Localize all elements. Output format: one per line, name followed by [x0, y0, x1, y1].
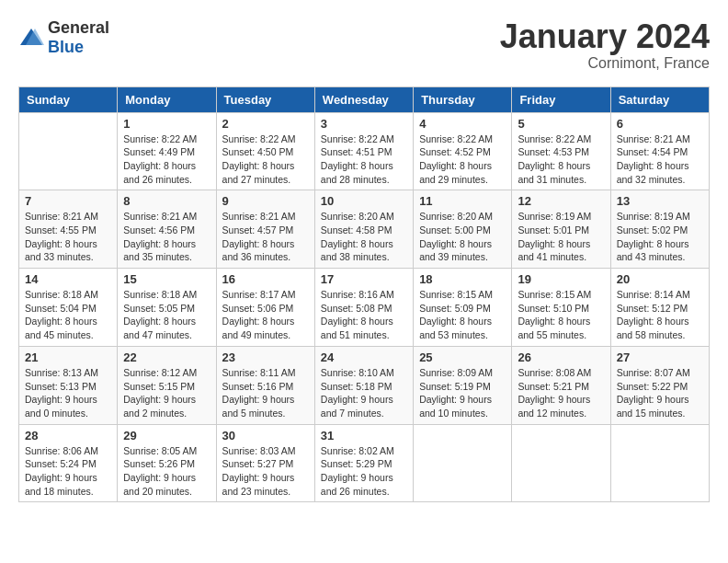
calendar-cell: 14Sunrise: 8:18 AM Sunset: 5:04 PM Dayli…: [19, 269, 118, 347]
month-title: January 2024: [500, 18, 710, 55]
logo-general: General: [48, 18, 109, 37]
calendar-week-row: 7Sunrise: 8:21 AM Sunset: 4:55 PM Daylig…: [19, 190, 710, 269]
logo-text: General Blue: [48, 18, 109, 57]
column-header-monday: Monday: [118, 86, 216, 112]
day-number: 1: [123, 117, 210, 131]
calendar-cell: 5Sunrise: 8:22 AM Sunset: 4:53 PM Daylig…: [512, 112, 610, 190]
calendar-cell: 2Sunrise: 8:22 AM Sunset: 4:50 PM Daylig…: [216, 112, 314, 190]
day-number: 22: [123, 350, 210, 364]
calendar-cell: [512, 424, 610, 502]
day-number: 4: [419, 117, 506, 131]
column-header-sunday: Sunday: [19, 86, 118, 112]
day-number: 19: [518, 272, 604, 286]
calendar-cell: 15Sunrise: 8:18 AM Sunset: 5:05 PM Dayli…: [118, 269, 216, 347]
calendar-cell: 10Sunrise: 8:20 AM Sunset: 4:58 PM Dayli…: [314, 190, 413, 269]
calendar-cell: 17Sunrise: 8:16 AM Sunset: 5:08 PM Dayli…: [314, 269, 413, 347]
day-info: Sunrise: 8:22 AM Sunset: 4:49 PM Dayligh…: [123, 132, 210, 187]
logo: General Blue: [18, 18, 109, 57]
day-number: 10: [321, 194, 407, 208]
day-number: 16: [222, 272, 309, 286]
calendar-cell: 19Sunrise: 8:15 AM Sunset: 5:10 PM Dayli…: [512, 269, 610, 347]
calendar-cell: 22Sunrise: 8:12 AM Sunset: 5:15 PM Dayli…: [118, 346, 216, 424]
calendar-cell: [19, 112, 118, 190]
calendar-cell: 1Sunrise: 8:22 AM Sunset: 4:49 PM Daylig…: [118, 112, 216, 190]
day-number: 14: [25, 272, 111, 286]
calendar-week-row: 14Sunrise: 8:18 AM Sunset: 5:04 PM Dayli…: [19, 269, 710, 347]
calendar-cell: [414, 424, 512, 502]
calendar-week-row: 21Sunrise: 8:13 AM Sunset: 5:13 PM Dayli…: [19, 346, 710, 424]
day-number: 24: [321, 350, 407, 364]
day-info: Sunrise: 8:06 AM Sunset: 5:24 PM Dayligh…: [25, 444, 111, 499]
day-info: Sunrise: 8:08 AM Sunset: 5:21 PM Dayligh…: [518, 366, 604, 420]
calendar-cell: 12Sunrise: 8:19 AM Sunset: 5:01 PM Dayli…: [512, 190, 610, 269]
day-info: Sunrise: 8:02 AM Sunset: 5:29 PM Dayligh…: [321, 444, 407, 499]
day-info: Sunrise: 8:21 AM Sunset: 4:56 PM Dayligh…: [123, 210, 210, 264]
day-number: 31: [321, 429, 407, 442]
calendar-cell: 21Sunrise: 8:13 AM Sunset: 5:13 PM Dayli…: [19, 346, 118, 424]
calendar-cell: 25Sunrise: 8:09 AM Sunset: 5:19 PM Dayli…: [414, 346, 512, 424]
day-info: Sunrise: 8:03 AM Sunset: 5:27 PM Dayligh…: [222, 444, 309, 499]
day-info: Sunrise: 8:22 AM Sunset: 4:50 PM Dayligh…: [222, 132, 309, 187]
calendar-cell: 4Sunrise: 8:22 AM Sunset: 4:52 PM Daylig…: [414, 112, 512, 190]
day-number: 28: [25, 429, 111, 442]
day-info: Sunrise: 8:17 AM Sunset: 5:06 PM Dayligh…: [222, 288, 309, 342]
day-number: 27: [617, 350, 703, 364]
calendar-cell: 26Sunrise: 8:08 AM Sunset: 5:21 PM Dayli…: [512, 346, 610, 424]
day-info: Sunrise: 8:18 AM Sunset: 5:05 PM Dayligh…: [123, 288, 210, 342]
day-number: 8: [123, 194, 210, 208]
calendar-cell: 9Sunrise: 8:21 AM Sunset: 4:57 PM Daylig…: [216, 190, 314, 269]
day-number: 3: [321, 117, 407, 131]
calendar-cell: 8Sunrise: 8:21 AM Sunset: 4:56 PM Daylig…: [118, 190, 216, 269]
column-header-wednesday: Wednesday: [314, 86, 413, 112]
day-number: 23: [222, 350, 309, 364]
calendar-cell: 29Sunrise: 8:05 AM Sunset: 5:26 PM Dayli…: [118, 424, 216, 502]
logo-icon: [18, 25, 44, 51]
day-info: Sunrise: 8:21 AM Sunset: 4:55 PM Dayligh…: [25, 210, 111, 264]
calendar-cell: 13Sunrise: 8:19 AM Sunset: 5:02 PM Dayli…: [610, 190, 709, 269]
calendar-cell: 31Sunrise: 8:02 AM Sunset: 5:29 PM Dayli…: [314, 424, 413, 502]
day-number: 6: [617, 117, 703, 131]
day-number: 13: [617, 194, 703, 208]
day-info: Sunrise: 8:12 AM Sunset: 5:15 PM Dayligh…: [123, 366, 210, 420]
calendar-cell: 11Sunrise: 8:20 AM Sunset: 5:00 PM Dayli…: [414, 190, 512, 269]
calendar-week-row: 28Sunrise: 8:06 AM Sunset: 5:24 PM Dayli…: [19, 424, 710, 502]
calendar-header-row: SundayMondayTuesdayWednesdayThursdayFrid…: [19, 86, 710, 112]
logo-blue: Blue: [48, 38, 84, 56]
title-block: January 2024 Cornimont, France: [500, 18, 710, 72]
day-number: 11: [419, 194, 506, 208]
day-info: Sunrise: 8:22 AM Sunset: 4:51 PM Dayligh…: [321, 132, 407, 187]
calendar-cell: 16Sunrise: 8:17 AM Sunset: 5:06 PM Dayli…: [216, 269, 314, 347]
day-info: Sunrise: 8:19 AM Sunset: 5:02 PM Dayligh…: [617, 210, 703, 264]
day-number: 7: [25, 194, 111, 208]
calendar-cell: 24Sunrise: 8:10 AM Sunset: 5:18 PM Dayli…: [314, 346, 413, 424]
day-info: Sunrise: 8:09 AM Sunset: 5:19 PM Dayligh…: [419, 366, 506, 420]
calendar-cell: 6Sunrise: 8:21 AM Sunset: 4:54 PM Daylig…: [610, 112, 709, 190]
day-number: 5: [518, 117, 604, 131]
calendar-cell: [610, 424, 709, 502]
calendar-cell: 30Sunrise: 8:03 AM Sunset: 5:27 PM Dayli…: [216, 424, 314, 502]
calendar-cell: 23Sunrise: 8:11 AM Sunset: 5:16 PM Dayli…: [216, 346, 314, 424]
calendar-cell: 28Sunrise: 8:06 AM Sunset: 5:24 PM Dayli…: [19, 424, 118, 502]
column-header-saturday: Saturday: [610, 86, 709, 112]
day-info: Sunrise: 8:21 AM Sunset: 4:57 PM Dayligh…: [222, 210, 309, 264]
day-info: Sunrise: 8:22 AM Sunset: 4:52 PM Dayligh…: [419, 132, 506, 187]
day-number: 20: [617, 272, 703, 286]
day-number: 18: [419, 272, 506, 286]
column-header-thursday: Thursday: [414, 86, 512, 112]
day-info: Sunrise: 8:14 AM Sunset: 5:12 PM Dayligh…: [617, 288, 703, 342]
day-number: 12: [518, 194, 604, 208]
day-info: Sunrise: 8:07 AM Sunset: 5:22 PM Dayligh…: [617, 366, 703, 420]
day-info: Sunrise: 8:20 AM Sunset: 4:58 PM Dayligh…: [321, 210, 407, 264]
day-number: 9: [222, 194, 309, 208]
day-info: Sunrise: 8:16 AM Sunset: 5:08 PM Dayligh…: [321, 288, 407, 342]
day-number: 26: [518, 350, 604, 364]
column-header-tuesday: Tuesday: [216, 86, 314, 112]
day-info: Sunrise: 8:15 AM Sunset: 5:09 PM Dayligh…: [419, 288, 506, 342]
day-number: 15: [123, 272, 210, 286]
day-info: Sunrise: 8:15 AM Sunset: 5:10 PM Dayligh…: [518, 288, 604, 342]
day-info: Sunrise: 8:05 AM Sunset: 5:26 PM Dayligh…: [123, 444, 210, 499]
calendar-cell: 20Sunrise: 8:14 AM Sunset: 5:12 PM Dayli…: [610, 269, 709, 347]
day-info: Sunrise: 8:19 AM Sunset: 5:01 PM Dayligh…: [518, 210, 604, 264]
day-info: Sunrise: 8:11 AM Sunset: 5:16 PM Dayligh…: [222, 366, 309, 420]
day-number: 25: [419, 350, 506, 364]
